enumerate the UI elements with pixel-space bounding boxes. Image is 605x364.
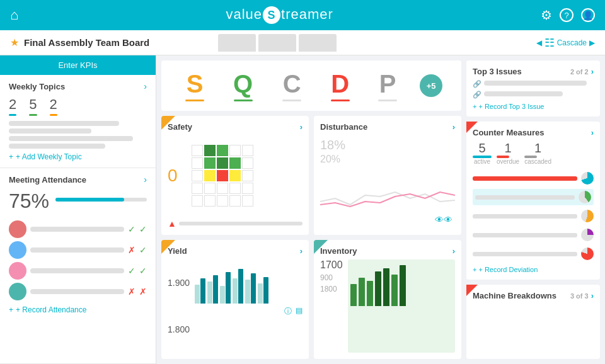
grid-cell [229,145,241,156]
sqcdp-more-button[interactable]: +5 [420,74,442,97]
cm-row-highlighted [473,189,594,205]
tab-3[interactable] [299,34,337,52]
cm-title: Counter Measures › [473,128,594,137]
safety-arrow[interactable]: › [300,122,302,132]
attendee-name [30,289,124,294]
cm-pie-chart[interactable] [581,229,594,241]
cascade-label: Cascade [557,38,587,47]
gear-icon[interactable]: ⚙ [541,8,552,23]
subheader: ★ Final Assembly Team Board ◀ ☷ Cascade … [0,30,605,55]
inv-bar [383,268,389,306]
inventory-arrow[interactable]: › [452,246,455,256]
cm-row-bar [473,176,577,181]
cm-active-num: 5 [473,141,492,156]
home-icon[interactable]: ⌂ [10,7,18,23]
inventory-val1: 1700 [320,259,343,271]
bar [251,273,256,304]
check-icon: ✓ [139,224,147,234]
bar [258,283,263,304]
grid-cell [217,157,228,169]
disturbance-card: Disturbance › 18% 20% 👁👁 [314,116,461,235]
safety-content: 0 [168,135,302,216]
attendee-row: ✓ ✓ [9,220,147,238]
bar [200,278,205,304]
cm-rows [473,170,594,262]
cm-stats: 5 active 1 overdue 1 cascaded [473,141,594,165]
glasses-icon[interactable]: 👁👁 [435,215,452,225]
left-panel: Enter KPIs Weekly Topics › 2 5 2 [0,55,156,364]
record-deviation-button[interactable]: + + Record Deviation [473,266,594,273]
sqcdp-C[interactable]: C [277,70,308,101]
grid-cell [217,195,228,207]
yield-val1: 1.900 [168,278,190,288]
chart-icon[interactable]: ▤ [296,306,302,317]
meeting-attendance-arrow[interactable]: › [144,174,147,185]
avatar [9,262,26,280]
cm-arrow[interactable]: › [591,128,594,137]
disturbance-chart: 👁👁 [320,170,455,226]
check-icon: ✓ [139,266,147,276]
yield-card-title: Yield › [168,246,302,256]
mb-arrow[interactable]: › [591,291,594,300]
grid-cell [229,170,241,181]
weekly-topics-arrow[interactable]: › [144,81,147,91]
weekly-topics-title: Weekly Topics [9,82,65,91]
favorite-star[interactable]: ★ [10,37,19,48]
grid-cell [192,170,203,181]
cm-row-bar [473,214,577,219]
yield-bottom-icons: ⓘ ▤ [195,306,302,317]
disturbance-pct1: 18% [320,138,455,152]
cm-pie-chart[interactable] [581,172,594,185]
info-icon[interactable]: ⓘ [284,306,292,317]
help-icon[interactable]: ? [560,8,573,22]
sqcdp-underline-C [282,100,301,101]
grid-cell [192,195,203,207]
inv-bar [350,284,357,306]
bar [195,285,200,304]
bar-group [258,277,268,304]
user-icon[interactable]: 👤 [581,8,595,22]
sqcdp-S[interactable]: S [180,70,210,101]
disturbance-arrow[interactable]: › [452,122,455,132]
add-weekly-topic-button[interactable]: + + Add Weekly Topic [9,152,147,161]
topic-line [9,144,105,149]
bar-group [245,273,256,304]
cm-row [473,246,594,262]
cascade-button[interactable]: ◀ ☷ Cascade ▶ [536,36,595,50]
sqcdp-P[interactable]: P [373,70,403,101]
top3-issues-label: Top 3 Issues [473,67,522,76]
issue-line-1 [484,81,587,86]
cm-row [473,208,594,224]
tab-1[interactable] [218,34,256,52]
grid-cell [242,195,253,207]
grid-cell [229,157,241,169]
yield-arrow[interactable]: › [300,246,302,256]
check-icon: ✓ [128,266,135,276]
sqcdp-Q[interactable]: Q [227,70,259,101]
bar-group [220,272,231,304]
tab-2[interactable] [258,34,296,52]
warning-bar [179,222,302,225]
cascade-left-icon: ◀ [536,38,542,47]
topic-line [9,121,119,126]
avatar [9,241,26,259]
grid-cell [192,183,203,194]
sqcdp-D[interactable]: D [325,70,355,101]
inventory-content: 1700 900 1800 [320,259,455,353]
grid-cell [192,145,203,156]
record-attendance-button[interactable]: + + Record Attendance [9,305,147,314]
cm-pie-chart[interactable] [581,210,594,222]
cm-pie-chart[interactable] [581,247,594,260]
cross-icon: ✗ [128,245,135,255]
sqcdp-row: S Q C D P +5 [161,60,461,111]
top3-issues-card: Top 3 Issues 2 of 2 › 🔗 🔗 + + Record Top… [466,60,600,117]
cards-row: Safety › 0 [161,116,461,235]
safety-card-title: Safety › [168,122,302,132]
add-weekly-topic-label: + Add Weekly Topic [16,152,82,161]
sqcdp-letter-C: C [277,70,308,98]
mb-count: 3 of 3 [570,292,589,300]
record-top3-issue-button[interactable]: + + Record Top 3 Issue [473,103,594,110]
cm-pie-chart[interactable] [579,191,591,203]
top3-issues-arrow[interactable]: › [591,67,594,76]
enter-kpis-button[interactable]: Enter KPIs [0,55,156,75]
